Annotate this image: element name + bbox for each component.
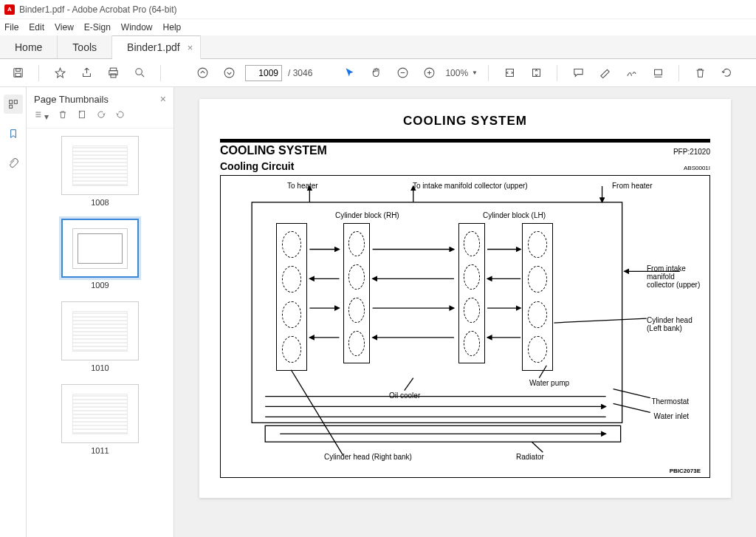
menu-edit[interactable]: Edit [29, 22, 44, 33]
thumbnails-list[interactable]: 1008 1009 1010 1011 [27, 129, 173, 537]
select-tool-icon[interactable] [339, 63, 360, 83]
svg-rect-16 [9, 105, 12, 108]
tab-document-label: Binder1.pdf [127, 41, 180, 53]
menu-file[interactable]: File [4, 22, 18, 33]
separator [160, 65, 161, 81]
stamp-icon[interactable] [647, 63, 668, 83]
svg-line-41 [539, 366, 546, 378]
share-icon[interactable] [76, 63, 97, 83]
menubar: File Edit View E-Sign Window Help [0, 19, 756, 35]
toolbar: / 3046 100%▼ [0, 59, 756, 87]
thumb-1009[interactable]: 1009 [61, 219, 139, 290]
svg-rect-2 [15, 73, 20, 76]
svg-line-42 [532, 442, 543, 452]
fit-page-icon[interactable] [526, 63, 546, 83]
subsection-title: Cooling Circuit [220, 160, 294, 172]
section-ref: PFP:21020 [673, 148, 710, 156]
menu-help[interactable]: Help [163, 22, 182, 33]
thumb-1008[interactable]: 1008 [61, 136, 139, 207]
flow-overlay [221, 176, 709, 477]
page-count: / 3046 [288, 68, 312, 78]
svg-rect-5 [110, 74, 115, 78]
section-title: COOLING SYSTEM [220, 144, 327, 157]
sign-icon[interactable] [621, 63, 642, 83]
zoom-display[interactable]: 100%▼ [445, 68, 478, 78]
save-icon[interactable] [7, 63, 28, 83]
page-down-icon[interactable] [219, 63, 239, 83]
thumbnails-header: Page Thumbnails × [27, 87, 173, 109]
page-number-input[interactable] [245, 65, 282, 81]
rotate-icon[interactable] [716, 63, 737, 83]
close-tab-icon[interactable]: × [188, 42, 193, 53]
svg-point-7 [198, 68, 207, 78]
thumbnails-panel: Page Thumbnails × ▾ 1008 1009 1010 [27, 87, 174, 537]
menu-view[interactable]: View [55, 22, 74, 33]
separator [678, 65, 679, 81]
thumb-options-icon[interactable]: ▾ [34, 109, 49, 122]
separator [488, 65, 489, 81]
hand-tool-icon[interactable] [365, 63, 386, 83]
title-rule [220, 139, 710, 143]
svg-rect-18 [252, 202, 622, 423]
thumb-newpage-icon[interactable] [77, 109, 87, 122]
thumbnails-title: Page Thumbnails [34, 94, 109, 105]
thumb-rotate-ccw-icon[interactable] [96, 109, 106, 122]
separator [38, 65, 39, 81]
diagram-code: PBIC2073E [670, 468, 701, 474]
titlebar: Binder1.pdf - Adobe Acrobat Pro (64-bit) [0, 0, 756, 19]
page-up-icon[interactable] [192, 63, 213, 83]
thumbnails-tools: ▾ [27, 109, 173, 129]
title-text: Binder1.pdf - Adobe Acrobat Pro (64-bit) [19, 4, 176, 15]
tab-document[interactable]: Binder1.pdf × [112, 35, 201, 59]
svg-point-6 [135, 69, 142, 75]
svg-rect-3 [110, 68, 117, 71]
delete-icon[interactable] [690, 63, 710, 83]
svg-rect-15 [14, 100, 17, 104]
pdf-page: COOLING SYSTEM COOLING SYSTEM PFP:21020 … [199, 99, 731, 498]
rail-bookmark-icon[interactable] [4, 124, 23, 143]
page-title: COOLING SYSTEM [220, 114, 710, 129]
thumb-1011[interactable]: 1011 [61, 384, 139, 455]
rail-thumbnails-icon[interactable] [4, 95, 23, 114]
tabbar: Home Tools Binder1.pdf × [0, 35, 756, 59]
zoom-in-icon[interactable] [419, 63, 439, 83]
svg-rect-13 [654, 69, 662, 75]
search-icon[interactable] [129, 63, 150, 83]
star-icon[interactable] [49, 63, 70, 83]
tab-tools[interactable]: Tools [58, 35, 112, 58]
svg-point-8 [224, 68, 234, 78]
zoom-out-icon[interactable] [392, 63, 413, 83]
svg-rect-14 [9, 100, 12, 104]
comment-icon[interactable] [568, 63, 588, 83]
highlight-icon[interactable] [594, 63, 615, 83]
thumb-1010[interactable]: 1010 [61, 301, 139, 372]
menu-esign[interactable]: E-Sign [84, 22, 111, 33]
fit-width-icon[interactable] [499, 63, 520, 83]
document-viewport[interactable]: COOLING SYSTEM COOLING SYSTEM PFP:21020 … [174, 87, 756, 537]
svg-rect-1 [16, 69, 20, 72]
main-area: Page Thumbnails × ▾ 1008 1009 1010 [0, 87, 756, 537]
thumb-rotate-cw-icon[interactable] [115, 109, 126, 122]
left-rail [0, 87, 27, 537]
rail-attachments-icon[interactable] [4, 154, 23, 173]
svg-line-43 [614, 389, 650, 398]
subsection-ref: ABS0001I [684, 165, 710, 171]
print-icon[interactable] [103, 63, 123, 83]
tab-home[interactable]: Home [0, 35, 58, 58]
separator [557, 65, 557, 81]
cooling-diagram: To heater To intake manifold collector (… [220, 175, 710, 478]
svg-line-44 [614, 403, 650, 412]
close-panel-icon[interactable]: × [160, 93, 166, 105]
menu-window[interactable]: Window [121, 22, 153, 33]
thumb-delete-icon[interactable] [58, 109, 68, 122]
svg-line-40 [405, 378, 413, 391]
svg-line-45 [554, 318, 646, 323]
app-icon [4, 4, 15, 15]
